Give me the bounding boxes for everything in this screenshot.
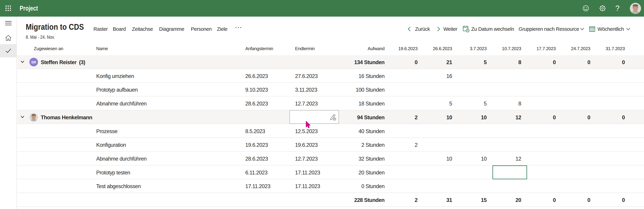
svg-text:SR: SR: [31, 60, 36, 64]
